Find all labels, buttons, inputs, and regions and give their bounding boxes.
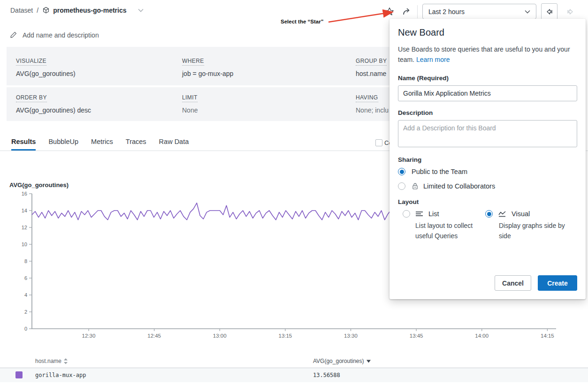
svg-text:8: 8 xyxy=(24,258,27,264)
add-name-label: Add name and description xyxy=(23,31,99,39)
svg-text:13:45: 13:45 xyxy=(410,333,423,339)
column-host-name[interactable]: host.name xyxy=(35,358,68,364)
modal-description: Use Boards to store queries that are use… xyxy=(398,44,577,65)
breadcrumb: Dataset / prometheus-go-metrics xyxy=(10,7,144,14)
list-layout-icon xyxy=(415,211,423,217)
svg-text:4: 4 xyxy=(24,292,27,298)
svg-text:0: 0 xyxy=(24,326,27,332)
row-avg-value: 13.56588 xyxy=(313,372,340,378)
svg-text:6: 6 xyxy=(24,275,27,281)
compare-checkbox[interactable] xyxy=(375,139,382,146)
history-forward-button[interactable] xyxy=(562,4,578,19)
series-color-swatch xyxy=(15,371,23,378)
add-name-description[interactable]: Add name and description xyxy=(9,31,99,39)
clause-having[interactable]: HAVING None; inclu xyxy=(356,93,389,114)
tab-raw-data[interactable]: Raw Data xyxy=(159,138,189,151)
svg-text:12:45: 12:45 xyxy=(147,333,161,339)
dataset-chevron-down-icon[interactable] xyxy=(138,8,144,12)
visual-layout-description: Display graphs side by side xyxy=(499,220,573,241)
radio-public[interactable] xyxy=(398,168,405,175)
board-description-textarea[interactable] xyxy=(398,120,577,147)
table-row[interactable]: gorilla-mux-app 13.56588 xyxy=(0,368,588,382)
results-table-header: host.name AVG(go_goroutines) xyxy=(0,356,588,368)
column-avg-goroutines[interactable]: AVG(go_goroutines) xyxy=(313,358,371,364)
clause-where[interactable]: WHERE job = go-mux-app xyxy=(182,56,233,77)
svg-text:13:00: 13:00 xyxy=(213,333,227,339)
layout-option-list[interactable]: List List layout to collect useful Queri… xyxy=(398,210,485,241)
modal-buttons: Cancel Create xyxy=(495,275,577,291)
svg-text:14: 14 xyxy=(22,208,27,213)
breadcrumb-dataset-label: Dataset xyxy=(10,7,33,14)
radio-list-layout[interactable] xyxy=(403,210,410,218)
cancel-button[interactable]: Cancel xyxy=(495,275,531,291)
chevron-down-icon xyxy=(525,10,530,14)
svg-text:12:30: 12:30 xyxy=(82,333,96,339)
topbar-actions: Last 2 hours xyxy=(383,3,578,20)
annotation-arrow xyxy=(325,8,395,27)
dataset-name: prometheus-go-metrics xyxy=(53,7,126,14)
svg-text:13:30: 13:30 xyxy=(344,333,358,339)
svg-text:2: 2 xyxy=(24,309,27,315)
tab-traces[interactable]: Traces xyxy=(126,138,146,151)
create-button[interactable]: Create xyxy=(538,275,577,291)
radio-visual-layout[interactable] xyxy=(485,210,493,218)
breadcrumb-separator: / xyxy=(37,7,38,14)
divider xyxy=(417,5,418,18)
share-icon[interactable] xyxy=(400,6,412,18)
list-layout-description: List layout to collect useful Queries xyxy=(415,220,487,241)
description-field-label: Description xyxy=(398,109,577,116)
sharing-option-limited[interactable]: Limited to Collaborators xyxy=(398,182,577,190)
sharing-option-public[interactable]: Public to the Team xyxy=(398,168,577,175)
tab-bubbleup[interactable]: BubbleUp xyxy=(48,138,78,151)
clause-visualize[interactable]: VISUALIZE AVG(go_goroutines) xyxy=(16,56,76,77)
name-field-label: Name (Required) xyxy=(398,75,577,82)
clause-limit[interactable]: LIMIT None xyxy=(182,93,198,114)
sort-desc-icon xyxy=(367,360,371,363)
dataset-selector[interactable]: prometheus-go-metrics xyxy=(42,7,126,14)
visual-layout-icon xyxy=(498,211,506,217)
sort-both-icon xyxy=(64,358,68,364)
svg-text:13:15: 13:15 xyxy=(278,333,292,339)
results-tabs: Results BubbleUp Metrics Traces Raw Data xyxy=(11,138,189,151)
annotation-select-star-text: Select the “Star” xyxy=(281,19,323,24)
dataset-cube-icon xyxy=(42,7,50,14)
sharing-label: Sharing xyxy=(398,156,577,163)
lock-icon xyxy=(412,182,419,190)
pencil-icon xyxy=(9,31,17,39)
history-back-button[interactable] xyxy=(541,3,557,20)
svg-text:16: 16 xyxy=(22,191,27,196)
time-range-value: Last 2 hours xyxy=(428,8,465,15)
svg-text:10: 10 xyxy=(22,242,27,247)
row-host-name: gorilla-mux-app xyxy=(35,372,86,378)
clause-order-by[interactable]: ORDER BY AVG(go_goroutines) desc xyxy=(16,93,91,114)
modal-title: New Board xyxy=(398,27,577,38)
time-range-dropdown[interactable]: Last 2 hours xyxy=(422,4,536,19)
board-name-input[interactable] xyxy=(398,85,577,101)
new-board-modal: New Board Use Boards to store queries th… xyxy=(389,19,586,299)
svg-text:14:15: 14:15 xyxy=(541,333,554,339)
radio-limited[interactable] xyxy=(398,182,405,190)
layout-option-visual[interactable]: Visual Display graphs side by side xyxy=(485,210,577,241)
tab-results[interactable]: Results xyxy=(11,138,36,151)
svg-text:12: 12 xyxy=(22,225,27,230)
clause-group-by[interactable]: GROUP BY host.name xyxy=(356,56,387,77)
layout-options: List List layout to collect useful Queri… xyxy=(398,210,577,241)
tab-metrics[interactable]: Metrics xyxy=(91,138,113,151)
learn-more-link[interactable]: Learn more xyxy=(416,56,450,63)
layout-label: Layout xyxy=(398,198,577,205)
svg-text:14:00: 14:00 xyxy=(475,333,489,339)
